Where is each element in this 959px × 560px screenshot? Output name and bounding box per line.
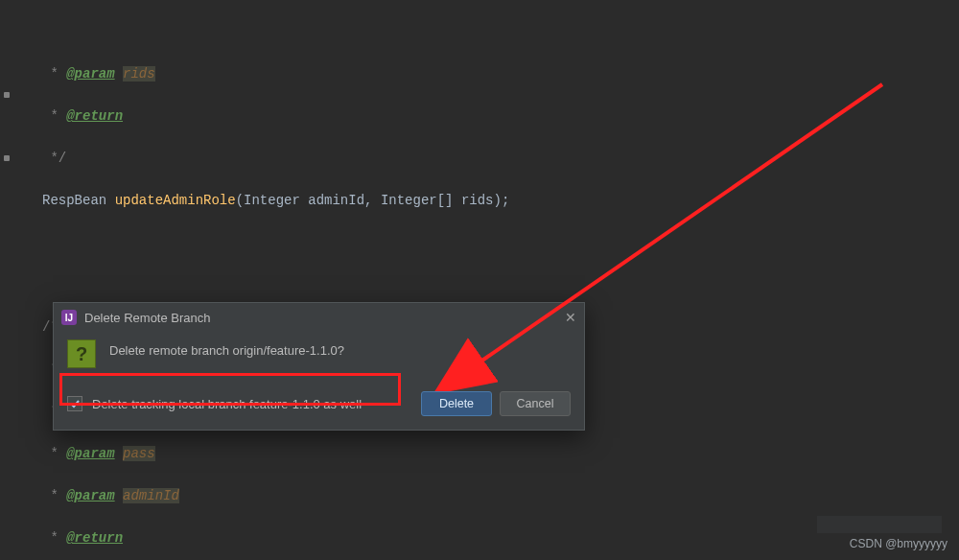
delete-tracking-checkbox[interactable] xyxy=(67,396,82,411)
code-editor: * @param rids * @return */ RespBean upda… xyxy=(0,0,959,560)
delete-button[interactable]: Delete xyxy=(421,391,492,416)
dialog-body: ? Delete remote branch origin/feature-1.… xyxy=(54,332,584,382)
delete-remote-branch-dialog: IJ Delete Remote Branch ✕ ? Delete remot… xyxy=(53,302,585,431)
code-line xyxy=(42,232,959,253)
dialog-footer: Delete tracking local branch feature-1.1… xyxy=(54,382,584,430)
question-icon: ? xyxy=(67,339,96,368)
gutter-mark xyxy=(4,92,10,98)
gutter-mark xyxy=(4,155,10,161)
code-line: * @return xyxy=(42,105,959,127)
watermark: CSDN @bmyyyyyy xyxy=(850,537,947,550)
dialog-title: Delete Remote Branch xyxy=(84,311,211,325)
dialog-titlebar[interactable]: IJ Delete Remote Branch ✕ xyxy=(54,303,584,332)
close-icon[interactable]: ✕ xyxy=(565,310,576,325)
checkbox-label: Delete tracking local branch feature-1.1… xyxy=(92,397,362,411)
code-line: * @param rids xyxy=(42,63,959,84)
gutter xyxy=(0,0,13,560)
code-line: */ xyxy=(42,148,959,169)
code-line: RespBean updateAdminRole(Integer adminId… xyxy=(42,190,959,211)
cancel-button[interactable]: Cancel xyxy=(500,391,571,416)
intellij-icon: IJ xyxy=(61,310,77,325)
dialog-message: Delete remote branch origin/feature-1.1.… xyxy=(109,339,344,358)
faded-region xyxy=(817,516,942,533)
code-line xyxy=(42,274,959,295)
code-line: * @param adminId xyxy=(42,485,959,506)
code-line: * @param pass xyxy=(42,443,959,464)
